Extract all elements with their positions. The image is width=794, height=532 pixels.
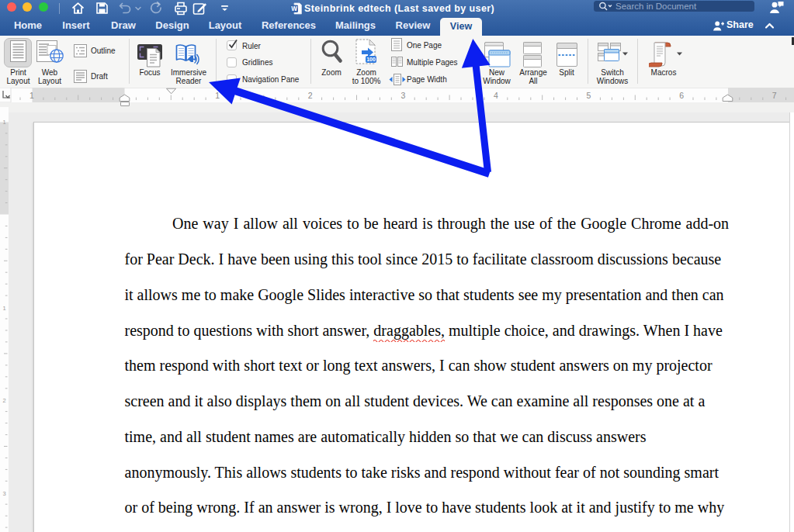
svg-text:1: 1 (215, 91, 220, 100)
svg-text:4: 4 (494, 91, 498, 100)
svg-text:5: 5 (587, 91, 591, 100)
svg-text:W: W (291, 5, 297, 12)
svg-text:100: 100 (366, 57, 376, 62)
svg-text:1: 1 (2, 119, 5, 126)
svg-text:1: 1 (29, 91, 34, 100)
svg-text:2: 2 (2, 397, 5, 404)
svg-text:3: 3 (2, 490, 5, 497)
svg-text:7: 7 (772, 91, 777, 100)
svg-text:3: 3 (400, 91, 405, 100)
svg-text:6: 6 (679, 91, 684, 100)
svg-text:1: 1 (2, 305, 5, 312)
svg-text:2: 2 (308, 91, 313, 100)
